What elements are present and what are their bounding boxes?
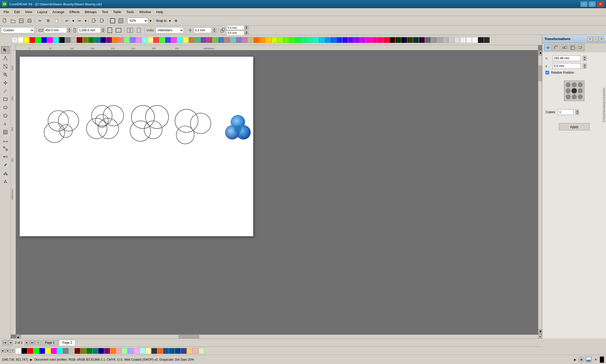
nudge-up[interactable]: ▲ [213, 28, 216, 30]
preset-combo[interactable]: Custom [1, 27, 34, 33]
menu-view[interactable]: View [22, 9, 35, 15]
page2-tab[interactable]: Page 2 [59, 340, 75, 346]
color-swatch[interactable] [77, 37, 82, 43]
bottom-swatch[interactable] [110, 348, 116, 354]
menu-effects[interactable]: Effects [67, 9, 82, 15]
color-swatch[interactable] [124, 37, 130, 43]
import-button[interactable] [90, 17, 98, 24]
color-swatch[interactable] [212, 37, 218, 43]
color-swatch[interactable] [407, 37, 413, 43]
pos-tc[interactable] [572, 82, 576, 87]
dupx-spin[interactable]: ▲ ▼ [245, 26, 248, 30]
freehand-tool[interactable] [1, 87, 10, 95]
width-spin[interactable]: ▲ ▼ [67, 28, 71, 33]
pos-tr[interactable] [578, 82, 583, 87]
bottom-swatch[interactable] [169, 348, 175, 354]
bottom-swatch[interactable] [140, 348, 145, 354]
width-down[interactable]: ▼ [67, 30, 71, 33]
width-up[interactable]: ▲ [67, 28, 71, 30]
color-swatch[interactable] [478, 37, 484, 43]
color-swatch[interactable] [207, 37, 212, 43]
layout1-btn[interactable] [126, 27, 134, 34]
color-swatch[interactable] [460, 37, 466, 43]
bottom-swatch[interactable] [145, 348, 151, 354]
bottom-swatch[interactable] [39, 348, 45, 354]
canvas-viewport[interactable] [16, 50, 538, 335]
layout2-btn[interactable] [135, 27, 143, 34]
dupy-down[interactable]: ▼ [245, 33, 248, 35]
units-combo[interactable]: millimeters inches pixels [155, 27, 184, 33]
paintbucket-tool[interactable] [1, 169, 10, 177]
playback-stop[interactable]: ■ [6, 349, 10, 353]
copies-down[interactable]: ▼ [575, 112, 579, 115]
scroll-up-btn[interactable]: ▲ [539, 50, 542, 55]
portrait-btn[interactable] [106, 27, 114, 34]
fill-btn[interactable] [117, 17, 125, 24]
new-button[interactable] [1, 17, 9, 24]
dupy-spin[interactable]: ▲ ▼ [245, 31, 248, 35]
apply-button[interactable]: Apply [559, 123, 590, 130]
vertical-scrollbar[interactable]: ▲ ▼ [538, 50, 542, 335]
pos-mc[interactable] [572, 88, 576, 93]
dup-x-input[interactable] [226, 25, 244, 30]
scroll-thumb[interactable] [539, 66, 542, 81]
color-swatch[interactable] [118, 37, 124, 43]
x-down[interactable]: ▼ [583, 58, 587, 61]
bottom-swatch[interactable] [75, 348, 80, 354]
bottom-swatch[interactable] [175, 348, 181, 354]
panel-close-btn[interactable]: ✕ [599, 37, 604, 41]
color-swatch[interactable] [266, 37, 271, 43]
zoom-tool[interactable] [1, 71, 10, 78]
color-swatch[interactable] [443, 37, 448, 43]
outline-indicator[interactable] [600, 357, 604, 363]
y-input[interactable] [553, 63, 581, 69]
height-down[interactable]: ▼ [101, 30, 105, 33]
playback-x[interactable]: ✕ [10, 349, 14, 353]
zoom-fit-btn[interactable]: ⊞ [538, 335, 542, 338]
cut-button[interactable]: ✂ [36, 17, 44, 24]
polygon-tool[interactable] [1, 112, 10, 120]
color-swatch[interactable] [448, 37, 454, 43]
selection-tool[interactable] [1, 46, 10, 54]
y-spin[interactable]: ▲ ▼ [583, 63, 587, 68]
menu-window[interactable]: Window [136, 9, 153, 15]
color-swatch[interactable] [342, 37, 348, 43]
zoom-dropdown[interactable]: ▾ [149, 17, 152, 24]
table-tool[interactable] [1, 128, 10, 136]
landscape-btn[interactable] [115, 27, 122, 34]
tab-size[interactable] [569, 44, 576, 51]
color-swatch[interactable] [177, 37, 183, 43]
menu-file[interactable]: File [1, 9, 12, 15]
color-swatch[interactable] [189, 37, 194, 43]
color-swatch[interactable] [277, 37, 283, 43]
color-swatch[interactable] [466, 37, 472, 43]
bottom-swatch[interactable] [128, 348, 133, 354]
bottom-swatch[interactable] [181, 348, 187, 354]
bottom-swatch[interactable] [157, 348, 163, 354]
crop-tool[interactable] [1, 63, 10, 70]
bottom-swatch[interactable] [116, 348, 122, 354]
color-swatch[interactable] [319, 37, 324, 43]
panel-min-btn[interactable]: ─ [593, 37, 598, 41]
pan-tool[interactable] [1, 79, 10, 87]
color-swatch[interactable] [330, 37, 336, 43]
transparency-tool[interactable] [1, 178, 10, 185]
bottom-swatch[interactable] [22, 348, 27, 354]
menu-edit[interactable]: Edit [12, 9, 22, 15]
dup-y-input[interactable] [226, 31, 244, 35]
color-swatch[interactable] [159, 37, 165, 43]
bottom-swatch[interactable] [57, 348, 63, 354]
ellipse-tool[interactable] [1, 104, 10, 111]
color-swatch[interactable] [242, 37, 248, 43]
bottom-swatch[interactable] [122, 348, 128, 354]
fill-indicator[interactable] [585, 357, 592, 363]
color-swatch[interactable] [401, 37, 407, 43]
color-swatch[interactable] [484, 37, 490, 43]
color-swatch[interactable] [313, 37, 318, 43]
color-swatch[interactable] [224, 37, 230, 43]
color-swatch[interactable] [165, 37, 171, 43]
bottom-swatch[interactable] [63, 348, 69, 354]
color-swatch[interactable] [53, 37, 59, 43]
color-swatch[interactable] [425, 37, 431, 43]
color-swatch[interactable] [260, 37, 265, 43]
